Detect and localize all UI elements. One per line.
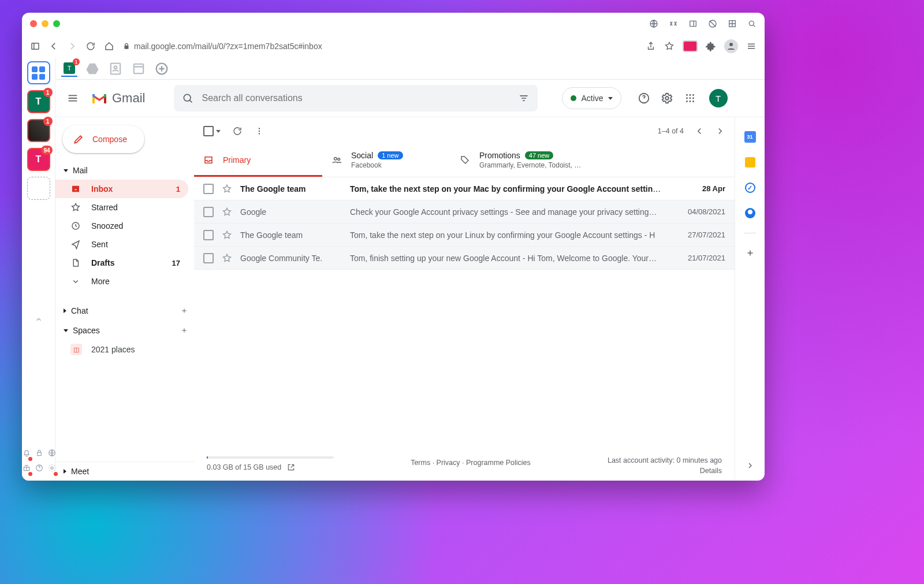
- dock-add[interactable]: ＋: [27, 177, 50, 200]
- collapse-panel-icon[interactable]: [746, 461, 755, 473]
- apps-grid-icon[interactable]: [684, 92, 696, 105]
- add-chat-icon[interactable]: ＋: [180, 306, 188, 316]
- dock-lock-icon[interactable]: [35, 448, 44, 460]
- refresh-icon[interactable]: [232, 126, 243, 136]
- nav-inbox[interactable]: Inbox1: [55, 180, 188, 198]
- search-options-icon[interactable]: [518, 92, 530, 104]
- nav-drafts[interactable]: Drafts17: [55, 254, 188, 272]
- nav-snoozed[interactable]: Snoozed: [55, 217, 188, 235]
- email-row[interactable]: GoogleCheck your Google Account privacy …: [194, 200, 735, 224]
- search-box[interactable]: [174, 85, 538, 111]
- window-close[interactable]: [30, 20, 37, 27]
- keep-addon[interactable]: [744, 157, 756, 168]
- space-item[interactable]: ◫2021 places: [55, 340, 194, 359]
- footer-links[interactable]: Terms · Privacy · Programme Policies: [411, 459, 531, 467]
- compose-button[interactable]: Compose: [62, 125, 144, 153]
- dock-collapse[interactable]: [35, 315, 43, 326]
- dock-help-icon[interactable]: [35, 463, 44, 475]
- sidebar-toggle-icon[interactable]: [30, 41, 40, 51]
- star-icon[interactable]: [222, 230, 232, 240]
- add-space-icon[interactable]: ＋: [180, 325, 188, 336]
- search-input[interactable]: [202, 93, 510, 103]
- svg-point-31: [259, 133, 260, 134]
- email-date: 21/07/2021: [673, 254, 725, 262]
- window-minimize[interactable]: [42, 20, 49, 27]
- reload-icon[interactable]: [85, 41, 96, 51]
- compass-icon[interactable]: [708, 19, 717, 28]
- svg-rect-1: [690, 21, 696, 26]
- more-icon[interactable]: [254, 126, 264, 136]
- star-icon[interactable]: [222, 184, 232, 194]
- status-chip[interactable]: Active: [562, 87, 621, 109]
- tasks-addon[interactable]: ✓: [744, 182, 756, 194]
- tab-add[interactable]: [154, 61, 170, 77]
- pencil-icon: [73, 133, 84, 145]
- email-row[interactable]: The Google teamTom, take the next step o…: [194, 177, 735, 200]
- checkbox[interactable]: [203, 184, 214, 194]
- open-external-icon[interactable]: [287, 463, 295, 471]
- page-prev-icon[interactable]: [694, 126, 705, 136]
- nav-sent[interactable]: Sent: [55, 235, 188, 254]
- globe-icon[interactable]: [649, 19, 658, 28]
- toggles-icon[interactable]: [669, 19, 678, 28]
- contacts-addon[interactable]: [744, 207, 756, 219]
- menu-icon[interactable]: [746, 41, 757, 51]
- checkbox[interactable]: [203, 253, 214, 263]
- account-avatar[interactable]: T: [709, 89, 728, 107]
- dock-workspace-2[interactable]: 1: [27, 119, 50, 142]
- url-display[interactable]: mail.google.com/mail/u/0/?zx=1mem7b2sat5…: [122, 42, 322, 51]
- user-avatar-icon[interactable]: [724, 39, 738, 53]
- tab-contacts[interactable]: [107, 61, 124, 77]
- lock-icon: [122, 42, 131, 50]
- dock-settings-icon[interactable]: [47, 463, 57, 475]
- svg-rect-14: [134, 64, 143, 73]
- star-icon[interactable]: [222, 253, 232, 263]
- checkbox[interactable]: [203, 230, 214, 240]
- page-next-icon[interactable]: [715, 126, 725, 136]
- nav-back-icon[interactable]: [49, 41, 59, 51]
- panel-icon[interactable]: [688, 19, 698, 28]
- dock-notifications-icon[interactable]: [22, 448, 31, 460]
- tab-promotions[interactable]: Promotions47 newGrammarly, Evernote, Tod…: [450, 145, 606, 177]
- dock-gift-icon[interactable]: [22, 463, 31, 475]
- home-icon[interactable]: [104, 41, 114, 51]
- nav-more[interactable]: More: [55, 272, 188, 291]
- section-chat[interactable]: Chat＋: [55, 301, 194, 321]
- details-link[interactable]: Details: [700, 467, 722, 475]
- tab-social[interactable]: Social1 newFacebook: [322, 145, 450, 177]
- search-icon[interactable]: [747, 19, 757, 28]
- tab-primary[interactable]: Primary: [194, 145, 322, 177]
- grid-icon[interactable]: [728, 19, 737, 28]
- section-meet[interactable]: Meet: [55, 462, 194, 481]
- tab-gmail[interactable]: T1: [61, 61, 77, 77]
- dock-dashboard[interactable]: [27, 61, 50, 84]
- dock-workspace-1[interactable]: T1: [27, 90, 50, 113]
- mail-list: 1–4 of 4 Primary Social1 newFacebook: [194, 117, 735, 481]
- star-icon[interactable]: [222, 207, 232, 217]
- main-menu-button[interactable]: [60, 92, 85, 105]
- profile-chip[interactable]: [683, 40, 698, 52]
- checkbox[interactable]: [203, 207, 214, 217]
- extensions-icon[interactable]: [706, 41, 716, 51]
- storage-text: 0.03 GB of 15 GB used: [207, 463, 281, 471]
- calendar-addon[interactable]: 31: [744, 131, 756, 143]
- get-addons[interactable]: [744, 247, 756, 259]
- email-row[interactable]: The Google teamTom, take the next step o…: [194, 224, 735, 247]
- dock-workspace-3[interactable]: T94: [27, 148, 50, 171]
- window-maximize[interactable]: [53, 20, 60, 27]
- nav-starred[interactable]: Starred: [55, 198, 188, 217]
- select-all[interactable]: [203, 126, 221, 136]
- nav-forward-icon[interactable]: [67, 41, 77, 51]
- section-mail[interactable]: Mail: [55, 161, 194, 180]
- settings-icon[interactable]: [661, 92, 673, 105]
- tab-drive[interactable]: [84, 61, 100, 77]
- email-subject-line: Tom, finish setting up your new Google A…: [350, 254, 665, 263]
- section-spaces[interactable]: Spaces＋: [55, 321, 194, 340]
- gmail-logo[interactable]: Gmail: [91, 91, 145, 106]
- share-icon[interactable]: [646, 41, 656, 51]
- bookmark-star-icon[interactable]: [664, 41, 675, 51]
- email-row[interactable]: Google Community Te.Tom, finish setting …: [194, 247, 735, 270]
- dock-network-icon[interactable]: [47, 448, 57, 460]
- support-icon[interactable]: [638, 92, 650, 105]
- tab-calendar[interactable]: [131, 61, 147, 77]
